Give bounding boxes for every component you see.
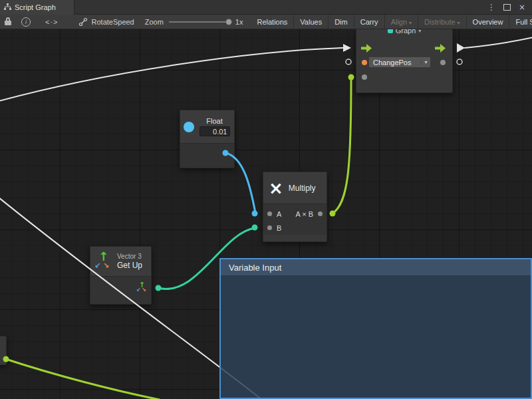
port-a-label: A — [277, 210, 281, 218]
chevron-down-icon: ▾ — [409, 20, 412, 26]
relations-button[interactable]: Relations — [251, 15, 293, 29]
tab-title: Script Graph — [15, 3, 56, 11]
variable-input-header[interactable]: Variable Input — [221, 259, 531, 275]
vector-node-header: ↑ ↙ ↘ Vector 3 Get Up — [90, 247, 151, 277]
zoom-slider-knob[interactable] — [225, 19, 232, 25]
flow-out-port[interactable] — [435, 44, 446, 53]
zoom-label: Zoom — [145, 18, 164, 26]
float-node-port-area — [180, 144, 234, 168]
script-machine-icon — [78, 17, 88, 27]
zoom-value: 1x — [235, 18, 243, 26]
align-button: Align▾ — [384, 15, 418, 29]
port-b-label: B — [277, 224, 281, 232]
menu-icon[interactable]: ⋮ — [487, 0, 495, 15]
multiply-row-a: A A × B — [263, 207, 327, 221]
multiply-row-b: B — [263, 221, 327, 235]
close-icon[interactable]: × — [519, 0, 525, 15]
input-port-b[interactable] — [267, 225, 272, 230]
zoom-slider-track[interactable] — [169, 21, 230, 23]
node-float-literal[interactable]: Float 0.01 — [180, 110, 235, 168]
lock-icon[interactable] — [5, 17, 13, 26]
distribute-button: Distribute▾ — [418, 15, 466, 29]
port-out-label: A × B — [295, 210, 313, 218]
zoom-slider[interactable] — [169, 19, 230, 25]
code-preview-icon[interactable]: <·> — [45, 18, 59, 26]
multiply-node-header: × Multiply — [263, 172, 327, 204]
variable-input-body — [221, 275, 531, 398]
node-clipped-left-edge[interactable] — [0, 336, 7, 365]
full-screen-button[interactable]: Full Screen — [509, 15, 532, 29]
node-multiply[interactable]: × Multiply A A × B B — [263, 172, 327, 242]
values-button[interactable]: Values — [293, 15, 328, 29]
unity-script-graph-window: Script Graph ⋮ × i <·> RotateSpeed Zoom … — [0, 0, 532, 399]
vector-node-port-area: ↑ ↙ ↘ — [90, 277, 151, 304]
dim-button[interactable]: Dim — [328, 15, 354, 29]
window-controls: ⋮ × — [487, 0, 532, 15]
flow-in-port[interactable] — [361, 44, 372, 53]
vector-node-title: Get Up — [117, 261, 142, 270]
script-graph-icon — [4, 3, 11, 11]
variable-value-in-port[interactable] — [362, 60, 367, 65]
info-icon[interactable]: i — [21, 17, 31, 27]
float-node-header: Float 0.01 — [180, 110, 234, 144]
vector3-icon: ↑ ↙ ↘ — [94, 250, 113, 273]
variable-input-panel[interactable]: Variable Input — [219, 258, 532, 399]
changepos-dropdown-value: ChangePos — [369, 59, 421, 66]
carry-button[interactable]: Carry — [354, 15, 384, 29]
float-icon — [184, 122, 194, 132]
tab-script-graph[interactable]: Script Graph — [0, 0, 74, 15]
node-vector3-get-up[interactable]: ↑ ↙ ↘ Vector 3 Get Up ↑ ↙ ↘ — [90, 246, 152, 305]
vector-node-type-label: Vector 3 — [117, 253, 142, 260]
multiply-node-port-area: A A × B B — [263, 204, 327, 235]
graph-name-label: RotateSpeed — [92, 18, 134, 26]
chevron-down-icon: ▾ — [421, 59, 430, 65]
variable-value-out-port[interactable] — [440, 60, 446, 65]
graph-toolbar: i <·> RotateSpeed Zoom 1x Relations Valu… — [0, 15, 532, 29]
variable-input-title: Variable Input — [229, 263, 281, 273]
changepos-dropdown[interactable]: ChangePos ▾ — [368, 57, 431, 68]
overview-button[interactable]: Overview — [466, 15, 509, 29]
multiply-node-title: Multiply — [289, 184, 316, 193]
float-value-field[interactable]: 0.01 — [200, 126, 230, 136]
toolbar-buttons: Relations Values Dim Carry Align▾ Distri… — [251, 15, 532, 29]
node-set-variable[interactable]: Graph ▾ ChangePos ▾ — [356, 29, 453, 93]
input-port-a[interactable] — [267, 211, 272, 216]
multiply-icon: × — [269, 180, 283, 197]
vector3-output-port[interactable]: ↑ ↙ ↘ — [136, 283, 147, 293]
variable-extra-port[interactable] — [362, 74, 367, 80]
chevron-down-icon: ▾ — [458, 20, 460, 26]
float-node-title: Float — [206, 117, 222, 125]
maximize-icon[interactable] — [503, 4, 511, 11]
output-port[interactable] — [318, 211, 323, 216]
titlebar: Script Graph ⋮ × — [0, 0, 532, 15]
